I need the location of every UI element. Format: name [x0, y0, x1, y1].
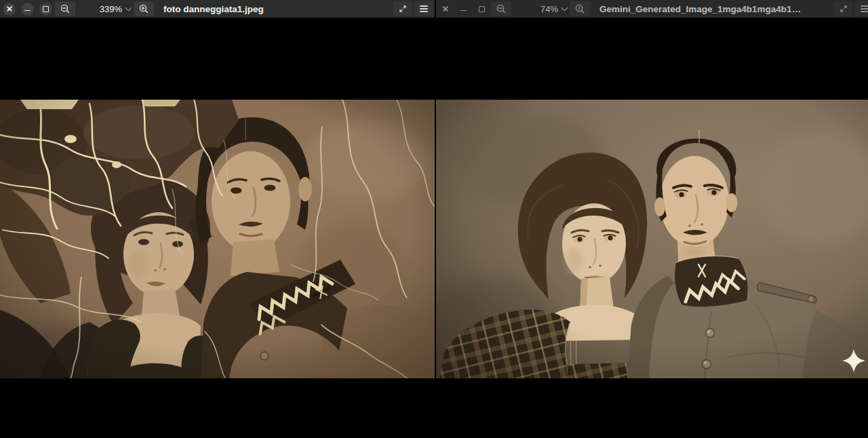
image-viewer-window-right: 74% Gemini_Generated_Image_1mga4b1mga4b1… — [436, 0, 868, 438]
left-titlebar-actions — [393, 1, 433, 16]
restored-photo-image[interactable] — [436, 100, 868, 378]
zoom-in-button[interactable] — [570, 1, 590, 16]
zoom-level-dropdown[interactable]: 74% — [511, 1, 570, 16]
damaged-photo-image[interactable] — [0, 100, 435, 378]
close-icon — [6, 6, 12, 12]
menu-icon — [861, 8, 868, 9]
right-photo-vignette — [436, 100, 868, 378]
minimize-button[interactable] — [21, 3, 34, 16]
left-titlebar[interactable]: 339% foto danneggiata1.jpeg — [0, 0, 435, 18]
fullscreen-button[interactable] — [834, 1, 852, 16]
minimize-icon — [460, 10, 467, 12]
maximize-button[interactable] — [475, 3, 488, 16]
zoom-in-icon — [574, 3, 585, 14]
right-titlebar[interactable]: 74% Gemini_Generated_Image_1mga4b1mga4b1… — [436, 0, 868, 18]
zoom-in-icon — [138, 3, 149, 14]
image-viewer-window-left: 339% foto danneggiata1.jpeg — [0, 0, 435, 438]
zoom-out-icon — [496, 3, 507, 14]
zoom-out-icon — [60, 3, 71, 14]
zoom-in-button[interactable] — [134, 1, 154, 16]
zoom-out-button[interactable] — [491, 1, 511, 16]
close-icon — [442, 6, 448, 12]
fullscreen-icon — [839, 4, 848, 14]
maximize-icon — [43, 6, 49, 12]
minimize-icon — [24, 10, 31, 12]
maximize-icon — [479, 6, 485, 12]
menu-button[interactable] — [414, 1, 433, 16]
window-title: Gemini_Generated_Image_1mga4b1mga4b1… — [599, 4, 829, 14]
desktop: 339% foto danneggiata1.jpeg — [0, 0, 868, 438]
right-titlebar-actions — [834, 1, 868, 16]
menu-icon — [420, 8, 428, 9]
maximize-button[interactable] — [39, 3, 52, 16]
fullscreen-button[interactable] — [393, 1, 412, 16]
chevron-down-icon — [561, 4, 568, 11]
close-button[interactable] — [439, 3, 452, 16]
left-zoom-controls: 339% — [55, 1, 154, 16]
menu-button[interactable] — [855, 1, 868, 16]
fullscreen-icon — [398, 4, 408, 14]
left-window-controls — [3, 3, 52, 16]
minimize-button[interactable] — [457, 3, 470, 16]
window-title: foto danneggiata1.jpeg — [163, 4, 388, 14]
chevron-down-icon — [125, 4, 132, 11]
close-button[interactable] — [3, 3, 16, 16]
left-photo-vignette — [0, 100, 435, 378]
zoom-out-button[interactable] — [55, 1, 75, 16]
right-window-controls — [439, 3, 488, 16]
right-zoom-controls: 74% — [491, 1, 590, 16]
right-canvas — [436, 18, 868, 438]
left-canvas — [0, 18, 435, 438]
zoom-level-value: 339% — [100, 4, 122, 14]
zoom-level-dropdown[interactable]: 339% — [75, 1, 134, 16]
zoom-level-value: 74% — [540, 4, 558, 14]
